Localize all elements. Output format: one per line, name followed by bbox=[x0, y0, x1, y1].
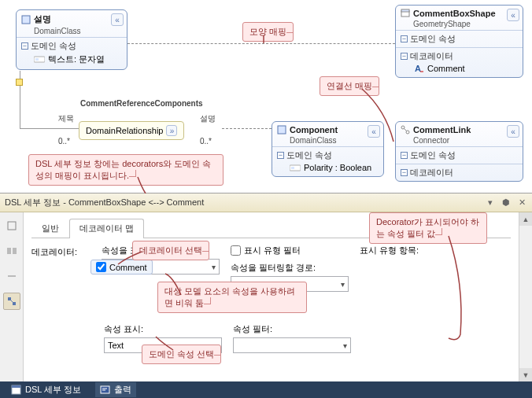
callout-select-decorator: 데코레이터 선택 bbox=[132, 241, 209, 260]
inheritance-anchor-icon bbox=[16, 79, 23, 86]
checkbox-comment[interactable] bbox=[96, 262, 106, 272]
window-icon bbox=[11, 385, 21, 395]
close-icon[interactable]: ✕ bbox=[516, 197, 527, 208]
shape-commentboxshape[interactable]: CommentBoxShape GeometryShape −도메인 속성 −데… bbox=[395, 5, 523, 78]
label-decorator: 데코레이터: bbox=[31, 245, 91, 258]
label-display-prop: 속성 표시: bbox=[104, 323, 222, 335]
svg-rect-0 bbox=[22, 16, 30, 24]
chevron-up-icon[interactable]: « bbox=[507, 9, 519, 21]
chevron-up-icon[interactable]: « bbox=[111, 13, 124, 26]
domainclass-description[interactable]: 설명 DomainClass −도메인 속성 텍스트: 문자열 « bbox=[16, 9, 127, 70]
scroll-down-icon[interactable]: ▼ bbox=[519, 368, 532, 381]
panel-header: DSL 세부 정보 - CommentBoxShape <--> Comment… bbox=[0, 193, 532, 212]
box-title: CommentLink bbox=[413, 125, 471, 135]
property-label: Polarity : Boolean bbox=[304, 163, 371, 172]
scroll-track[interactable] bbox=[519, 226, 532, 368]
connector-icon bbox=[401, 125, 410, 135]
collapse-icon[interactable]: − bbox=[401, 169, 408, 176]
shape-icon bbox=[401, 9, 410, 18]
chevron-icon[interactable]: » bbox=[166, 125, 177, 136]
callout-decorator-filter: Decorator가 표시되어야 하는 속성 필터 값 bbox=[369, 212, 487, 244]
relationship-header: CommentReferenceComponents bbox=[80, 99, 203, 108]
toolbar-btn-3[interactable] bbox=[3, 267, 20, 285]
relationship-role-label: 설명 bbox=[200, 113, 216, 124]
chevron-up-icon[interactable]: « bbox=[507, 125, 519, 138]
box-subtitle: GeometryShape bbox=[396, 20, 523, 28]
diagram-connector bbox=[20, 128, 79, 129]
box-subtitle: DomainClass bbox=[17, 27, 127, 35]
decorator-row[interactable]: A Comment bbox=[401, 62, 518, 75]
svg-text:A: A bbox=[415, 64, 421, 73]
scroll-up-icon[interactable]: ▲ bbox=[519, 212, 532, 226]
svg-rect-2 bbox=[35, 58, 39, 61]
label-visibility-filter: 표시 유형 필터 bbox=[244, 245, 301, 256]
dsl-detail-panel: DSL 세부 정보 - CommentBoxShape <--> Comment… bbox=[0, 193, 532, 381]
svg-rect-14 bbox=[7, 248, 11, 254]
collapse-icon[interactable]: − bbox=[401, 53, 408, 60]
status-bar: DSL 세부 정보 출력 bbox=[0, 381, 532, 398]
decorator-item-comment[interactable]: Comment bbox=[91, 260, 153, 275]
box-title: 설명 bbox=[34, 13, 51, 25]
vertical-scrollbar[interactable]: ▲ ▼ bbox=[519, 212, 532, 381]
toolbar-btn-2[interactable] bbox=[3, 242, 20, 260]
svg-rect-21 bbox=[12, 385, 20, 388]
callout-connector-mapping: 연결선 매핑 bbox=[320, 76, 379, 96]
property-row[interactable]: 텍스트: 문자열 bbox=[21, 52, 122, 67]
svg-rect-13 bbox=[8, 222, 16, 230]
decorator-label: Comment bbox=[427, 64, 465, 73]
relationship-multiplicity: 0..* bbox=[200, 137, 212, 146]
tab-decorator-map[interactable]: 데코레이터 맵 bbox=[69, 219, 144, 238]
toolbar-btn-1[interactable] bbox=[3, 217, 20, 234]
svg-rect-15 bbox=[13, 248, 17, 254]
class-icon bbox=[21, 15, 31, 24]
box-subtitle: Connector bbox=[396, 136, 523, 145]
dropdown-icon[interactable]: ▾ bbox=[485, 197, 496, 208]
diagram-connector bbox=[127, 43, 395, 44]
svg-line-19 bbox=[11, 300, 13, 302]
chevron-up-icon[interactable]: « bbox=[368, 125, 380, 138]
output-icon bbox=[100, 385, 110, 395]
callout-shape-mapping: 모양 매핑 bbox=[242, 22, 294, 42]
property-label: 텍스트: 문자열 bbox=[48, 53, 105, 65]
section-label: 도메인 속성 bbox=[410, 33, 456, 45]
status-item-output[interactable]: 출력 bbox=[95, 382, 136, 397]
box-title: Component bbox=[290, 125, 338, 135]
collapse-icon[interactable]: − bbox=[401, 152, 408, 159]
domainclass-component[interactable]: Component DomainClass −도메인 속성 Polarity :… bbox=[272, 121, 384, 177]
toolbar-btn-4[interactable] bbox=[3, 293, 20, 310]
relationship-role-label: 제목 bbox=[58, 113, 74, 124]
callout-dsl-info: DSL 세부 정보 창에는 decorators와 도메인 속성의 매핑이 표시… bbox=[28, 154, 224, 186]
status-label: DSL 세부 정보 bbox=[25, 384, 81, 396]
box-subtitle: DomainClass bbox=[272, 136, 383, 145]
diagram-canvas[interactable]: 설명 DomainClass −도메인 속성 텍스트: 문자열 « Commen… bbox=[0, 0, 532, 193]
label-filter-prop: 속성 필터: bbox=[233, 323, 351, 335]
section-label: 도메인 속성 bbox=[286, 149, 332, 161]
callout-empty-hint: 대상 모델 요소의 속성을 사용하려면 비워 둠 bbox=[157, 282, 307, 313]
collapse-icon[interactable]: − bbox=[277, 152, 284, 159]
svg-rect-7 bbox=[278, 126, 286, 134]
svg-rect-9 bbox=[291, 167, 294, 169]
pin-icon[interactable]: ⬢ bbox=[501, 197, 512, 208]
label-visibility-items: 표시 유형 항목: bbox=[360, 245, 438, 256]
collapse-icon[interactable]: − bbox=[21, 42, 28, 50]
property-row[interactable]: Polarity : Boolean bbox=[277, 161, 379, 174]
tab-general[interactable]: 일반 bbox=[31, 219, 69, 238]
status-item-dsl[interactable]: DSL 세부 정보 bbox=[6, 382, 86, 397]
svg-rect-4 bbox=[401, 9, 409, 12]
collapse-icon[interactable]: − bbox=[401, 35, 408, 42]
diagram-connector bbox=[222, 128, 272, 129]
class-icon bbox=[277, 125, 286, 135]
svg-rect-17 bbox=[8, 297, 11, 300]
section-label: 도메인 속성 bbox=[31, 40, 76, 52]
callout-select-domain-prop: 도메인 속성 선택 bbox=[142, 345, 221, 364]
domain-relationship-box[interactable]: DomainRelationship » bbox=[79, 121, 184, 140]
text-decorator-icon: A bbox=[413, 64, 424, 73]
connector-commentlink[interactable]: CommentLink Connector −도메인 속성 −데코레이터 « bbox=[395, 121, 523, 182]
combo-filter-prop[interactable] bbox=[233, 337, 351, 353]
panel-content: 일반 데코레이터 맵 데코레이터: 속성을 표시할 경로: 표시 유형 필터 bbox=[24, 212, 519, 381]
section-label: 데코레이터 bbox=[410, 167, 453, 179]
svg-rect-18 bbox=[13, 302, 16, 305]
property-icon bbox=[290, 164, 301, 172]
checkbox-visibility-filter[interactable] bbox=[231, 245, 241, 256]
svg-line-12 bbox=[404, 128, 407, 131]
